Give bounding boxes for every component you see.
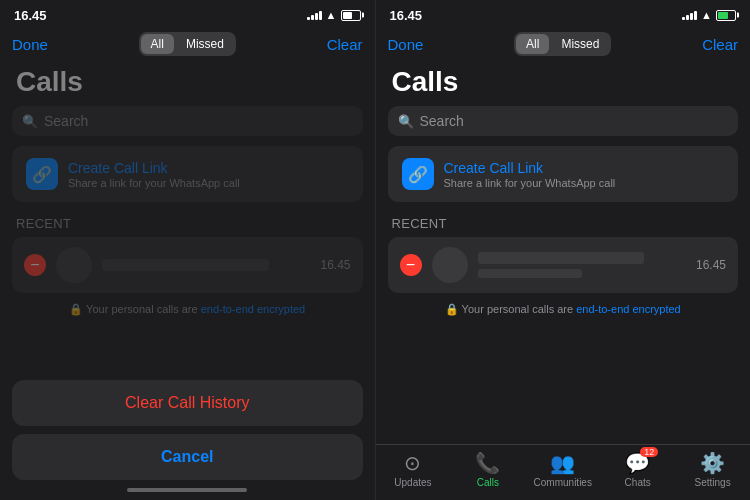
- home-indicator-left: [127, 488, 247, 492]
- chats-label: Chats: [625, 477, 651, 488]
- recent-header-right: Recent: [376, 216, 751, 237]
- search-icon-right: 🔍: [398, 114, 414, 129]
- link-text-right: Create Call Link Share a link for your W…: [444, 160, 616, 189]
- communities-label: Communities: [534, 477, 592, 488]
- link-subtitle-right: Share a link for your WhatsApp call: [444, 177, 616, 189]
- search-icon-left: 🔍: [22, 114, 38, 129]
- tab-chats[interactable]: 💬 12 Chats: [600, 451, 675, 488]
- updates-label: Updates: [394, 477, 431, 488]
- tab-settings[interactable]: ⚙️ Settings: [675, 451, 750, 488]
- cancel-button[interactable]: Cancel: [12, 434, 363, 480]
- clear-button-left[interactable]: Clear: [327, 36, 363, 53]
- call-item-left[interactable]: 16.45: [12, 237, 363, 293]
- nav-bar-right: Done All Missed Clear: [376, 28, 751, 62]
- link-title-right: Create Call Link: [444, 160, 616, 176]
- updates-icon: ⊙: [404, 451, 421, 475]
- link-icon-left: 🔗: [26, 158, 58, 190]
- calls-label: Calls: [477, 477, 499, 488]
- communities-icon: 👥: [550, 451, 575, 475]
- encryption-notice-left: 🔒 Your personal calls are end-to-end enc…: [0, 293, 375, 316]
- settings-label: Settings: [695, 477, 731, 488]
- encryption-notice-right: 🔒 Your personal calls are end-to-end enc…: [376, 293, 751, 316]
- signal-icon: [307, 10, 322, 20]
- tab-updates[interactable]: ⊙ Updates: [376, 451, 451, 488]
- filter-tabs-right: All Missed: [514, 32, 611, 56]
- call-avatar-right: [432, 247, 468, 283]
- done-button-right[interactable]: Done: [388, 36, 424, 53]
- page-title-right: Calls: [376, 62, 751, 106]
- search-bar-left[interactable]: 🔍 Search: [12, 106, 363, 136]
- status-icons-right: ▲: [682, 9, 736, 21]
- search-bar-right[interactable]: 🔍 Search: [388, 106, 739, 136]
- wifi-icon-right: ▲: [701, 9, 712, 21]
- chats-badge: 12: [640, 447, 658, 457]
- right-screen: 16.45 ▲ Done All Missed Clear Calls 🔍 Se…: [375, 0, 751, 500]
- call-info-left: [102, 259, 310, 271]
- signal-icon-right: [682, 10, 697, 20]
- tab-all-left[interactable]: All: [141, 34, 174, 54]
- call-info-right: [478, 252, 686, 278]
- status-time-left: 16.45: [14, 8, 47, 23]
- delete-call-btn-left[interactable]: [24, 254, 46, 276]
- lock-icon-right: 🔒: [445, 303, 462, 315]
- chats-badge-wrapper: 💬 12: [625, 451, 650, 475]
- link-title-left: Create Call Link: [68, 160, 240, 176]
- link-subtitle-left: Share a link for your WhatsApp call: [68, 177, 240, 189]
- tab-missed-left[interactable]: Missed: [176, 34, 234, 54]
- create-call-link-left[interactable]: 🔗 Create Call Link Share a link for your…: [12, 146, 363, 202]
- tab-communities[interactable]: 👥 Communities: [525, 451, 600, 488]
- tab-calls[interactable]: 📞 Calls: [450, 451, 525, 488]
- filter-tabs-left: All Missed: [139, 32, 236, 56]
- page-title-left: Calls: [0, 62, 375, 106]
- battery-icon-right: [716, 10, 736, 21]
- nav-bar-left: Done All Missed Clear: [0, 28, 375, 62]
- call-name-left: [102, 259, 269, 271]
- tab-missed-right[interactable]: Missed: [551, 34, 609, 54]
- call-time-right: 16.45: [696, 258, 726, 272]
- tab-bar: ⊙ Updates 📞 Calls 👥 Communities 💬 12 Cha…: [376, 444, 751, 500]
- bottom-sheet: Clear Call History Cancel: [0, 380, 375, 500]
- status-icons-left: ▲: [307, 9, 361, 21]
- lock-icon-left: 🔒: [69, 303, 86, 315]
- status-time-right: 16.45: [390, 8, 423, 23]
- clear-history-button[interactable]: Clear Call History: [12, 380, 363, 426]
- call-avatar-left: [56, 247, 92, 283]
- left-screen: 16.45 ▲ Done All Missed Clear Calls 🔍: [0, 0, 375, 500]
- clear-button-right[interactable]: Clear: [702, 36, 738, 53]
- call-time-left: 16.45: [320, 258, 350, 272]
- tab-all-right[interactable]: All: [516, 34, 549, 54]
- search-placeholder-left: Search: [44, 113, 88, 129]
- settings-icon: ⚙️: [700, 451, 725, 475]
- recent-header-left: Recent: [0, 216, 375, 237]
- call-name-right: [478, 252, 645, 264]
- call-subtype-right: [478, 269, 582, 278]
- encrypted-link-left: end-to-end encrypted: [201, 303, 306, 315]
- create-call-link-right[interactable]: 🔗 Create Call Link Share a link for your…: [388, 146, 739, 202]
- link-text-left: Create Call Link Share a link for your W…: [68, 160, 240, 189]
- status-bar-right: 16.45 ▲: [376, 0, 751, 28]
- call-item-right[interactable]: 16.45: [388, 237, 739, 293]
- encrypted-link-right: end-to-end encrypted: [576, 303, 681, 315]
- delete-call-btn-right[interactable]: [400, 254, 422, 276]
- status-bar-left: 16.45 ▲: [0, 0, 375, 28]
- wifi-icon: ▲: [326, 9, 337, 21]
- done-button-left[interactable]: Done: [12, 36, 48, 53]
- battery-icon-left: [341, 10, 361, 21]
- calls-icon: 📞: [475, 451, 500, 475]
- search-placeholder-right: Search: [420, 113, 464, 129]
- link-icon-right: 🔗: [402, 158, 434, 190]
